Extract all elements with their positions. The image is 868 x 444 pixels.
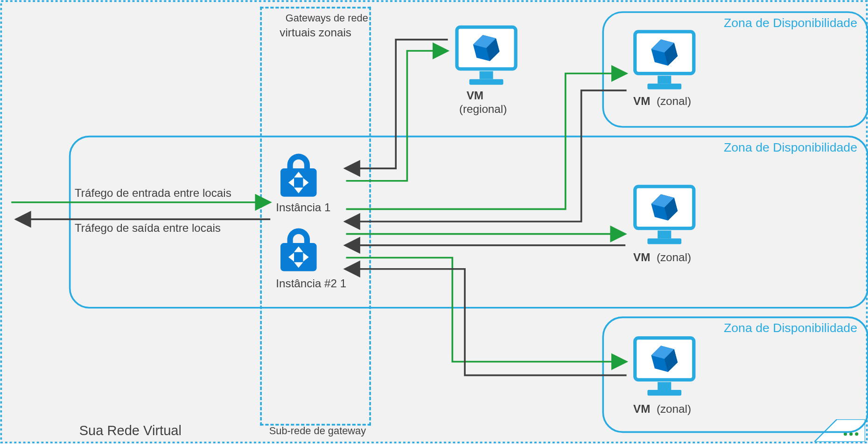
arrow-zonetop-to-inst1 [345, 90, 626, 222]
arrow-inst1-to-vmreg [346, 51, 448, 181]
arrow-vmreg-to-inst1 [345, 40, 448, 168]
diagram-canvas: Sua Rede Virtual Gateways de rede virtua… [0, 0, 868, 444]
arrow-inst2-to-zonebot [346, 258, 627, 362]
arrow-inst1-to-zonetop [346, 74, 627, 209]
arrow-zonebot-to-inst2 [345, 269, 626, 375]
arrows-layer [0, 0, 868, 444]
